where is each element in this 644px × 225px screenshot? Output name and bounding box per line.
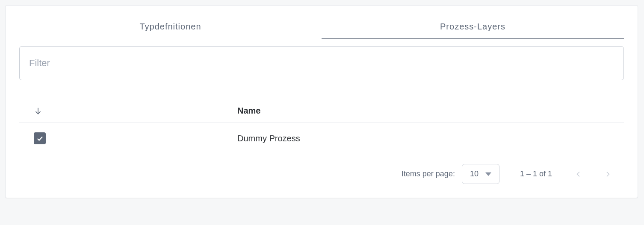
prev-page-button[interactable] <box>573 168 585 180</box>
chevron-right-icon <box>604 171 611 178</box>
chevron-down-icon <box>485 171 491 177</box>
check-icon <box>36 134 44 142</box>
page-size-select[interactable]: 10 <box>462 164 499 184</box>
page-size-value: 10 <box>470 169 479 178</box>
svg-marker-1 <box>485 172 491 175</box>
row-checkbox[interactable] <box>34 132 46 144</box>
table-header: Name <box>19 99 624 123</box>
panel: Typdefnitionen Prozess-Layers Name <box>5 5 638 198</box>
tab-bar: Typdefnitionen Prozess-Layers <box>19 16 624 39</box>
paginator: Items per page: 10 1 – 1 of 1 <box>19 164 624 184</box>
tab-typdefinitionen[interactable]: Typdefnitionen <box>19 16 322 39</box>
arrow-down-icon <box>34 107 42 115</box>
filter-container <box>19 46 624 80</box>
data-table: Name Dummy Prozess <box>19 99 624 154</box>
filter-input[interactable] <box>19 46 624 80</box>
page-range-label: 1 – 1 of 1 <box>520 169 552 178</box>
tab-prozess-layers[interactable]: Prozess-Layers <box>322 16 624 39</box>
column-sort[interactable] <box>19 107 237 115</box>
table-row[interactable]: Dummy Prozess <box>19 123 624 154</box>
row-checkbox-cell <box>19 132 237 144</box>
chevron-left-icon <box>575 171 582 178</box>
items-per-page-label: Items per page: <box>402 169 455 178</box>
column-name-header[interactable]: Name <box>237 106 624 116</box>
next-page-button[interactable] <box>602 168 614 180</box>
row-name: Dummy Prozess <box>237 134 624 143</box>
